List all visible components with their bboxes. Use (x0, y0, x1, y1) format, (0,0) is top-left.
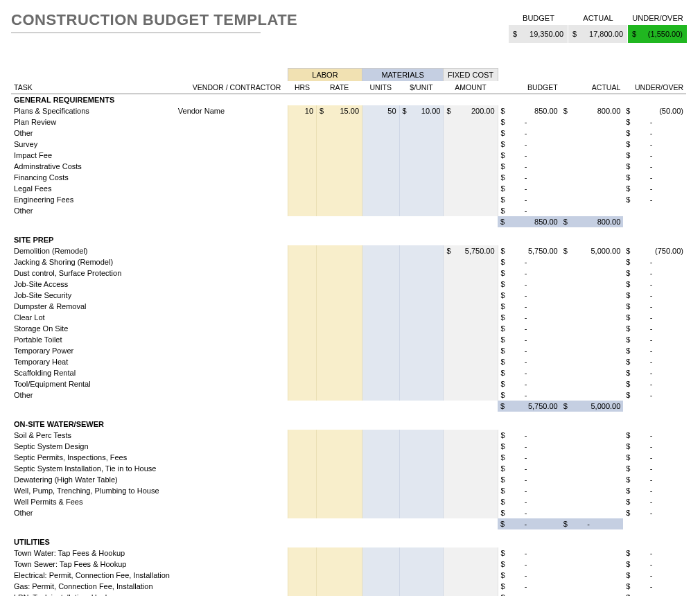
group-header-row: LABOR MATERIALS FIXED COST (11, 69, 686, 82)
summary-label-budget: BUDGET (509, 11, 568, 25)
table-row: Temporary Heat$-$- (11, 356, 686, 367)
col-vendor: VENDOR / CONTRACTOR (175, 81, 288, 94)
col-units: UNITS (362, 81, 400, 94)
summary-value-uo: $(1,550.00) (628, 25, 688, 43)
table-row: Clear Lot$-$- (11, 312, 686, 323)
column-header-row: TASK VENDOR / CONTRACTOR HRS RATE UNITS … (11, 81, 686, 94)
table-row: Well Permits & Fees$-$- (11, 496, 686, 507)
table-row: Gas: Permit, Connection Fee, Installatio… (11, 581, 686, 592)
col-punit: $/UNIT (399, 81, 444, 94)
section-header: UTILITIES (11, 536, 686, 547)
group-header-fixed: FIXED COST (444, 69, 498, 82)
summary-panel: BUDGET $19,350.00 ACTUAL $17,800.00 UNDE… (509, 11, 688, 43)
table-row: Dewatering (High Water Table)$-$- (11, 474, 686, 485)
table-row: Financing Costs$-$- (11, 172, 686, 183)
col-budget: BUDGET (498, 81, 561, 94)
table-row: Jacking & Shoring (Remodel)$-$- (11, 256, 686, 268)
table-row: Septic Permits, Inspections, Fees$-$- (11, 452, 686, 463)
col-rate: RATE (317, 81, 362, 94)
col-hrs: HRS (288, 81, 316, 94)
table-row: Temporary Power$-$- (11, 345, 686, 356)
table-row: Dumpster & Removal$-$- (11, 301, 686, 312)
section-header: GENERAL REQUIREMENTS (11, 94, 686, 105)
table-row: Well, Pump, Trenching, Plumbing to House… (11, 485, 686, 496)
table-row: Impact Fee$-$- (11, 150, 686, 161)
table-row: Town Sewer: Tap Fees & Hookup$-$- (11, 559, 686, 570)
table-row: Other$- (11, 205, 686, 216)
table-row: Dust control, Surface Protection$-$- (11, 268, 686, 279)
table-row: Scaffolding Rental$-$- (11, 367, 686, 378)
table-row: LPN: Tank installation, Hookup$-$- (11, 592, 686, 597)
table-row: Septic System Design$-$- (11, 441, 686, 452)
summary-label-actual: ACTUAL (568, 11, 628, 25)
table-row: Other$-$- (11, 507, 686, 518)
title-divider (11, 32, 261, 33)
group-header-labor: LABOR (288, 69, 362, 82)
table-row: Portable Toilet$-$- (11, 334, 686, 345)
table-row: Other$-$- (11, 389, 686, 401)
table-row: Survey$-$- (11, 139, 686, 150)
table-row: Engineering Fees$-$- (11, 194, 686, 205)
table-row: Septic System Installation, Tie in to Ho… (11, 463, 686, 474)
subtotal-row: $850.00$800.00 (11, 216, 686, 227)
section-header: SITE PREP (11, 234, 686, 245)
section-header: ON-SITE WATER/SEWER (11, 419, 686, 430)
table-row: Demolition (Remodel)$5,750.00$5,750.00$5… (11, 245, 686, 256)
budget-table: LABOR MATERIALS FIXED COST TASK VENDOR /… (11, 68, 686, 596)
table-row: Town Water: Tap Fees & Hookup$-$- (11, 547, 686, 559)
subtotal-row: $5,750.00$5,000.00 (11, 401, 686, 412)
table-row: Adminstrative Costs$-$- (11, 161, 686, 172)
summary-value-budget: $19,350.00 (509, 25, 568, 43)
table-row: Tool/Equipment Rental$-$- (11, 378, 686, 389)
summary-label-uo: UNDER/OVER (628, 11, 688, 25)
subtotal-row: $-$- (11, 518, 686, 529)
col-actual: ACTUAL (561, 81, 624, 94)
table-row: Job-Site Access$-$- (11, 279, 686, 290)
table-row: Plans & SpecificationsVendor Name10$15.0… (11, 105, 686, 116)
table-row: Storage On Site$-$- (11, 323, 686, 334)
table-row: Legal Fees$-$- (11, 183, 686, 194)
group-header-materials: MATERIALS (362, 69, 444, 82)
summary-value-actual: $17,800.00 (568, 25, 628, 43)
table-row: Job-Site Security$-$- (11, 290, 686, 301)
col-task: TASK (11, 81, 175, 94)
table-row: Plan Review$-$- (11, 116, 686, 128)
table-row: Soil & Perc Tests$-$- (11, 430, 686, 441)
col-uo: UNDER/OVER (623, 81, 686, 94)
col-amount: AMOUNT (444, 81, 498, 94)
table-row: Electrical: Permit, Connection Fee, Inst… (11, 570, 686, 581)
table-row: Other$-$- (11, 128, 686, 139)
